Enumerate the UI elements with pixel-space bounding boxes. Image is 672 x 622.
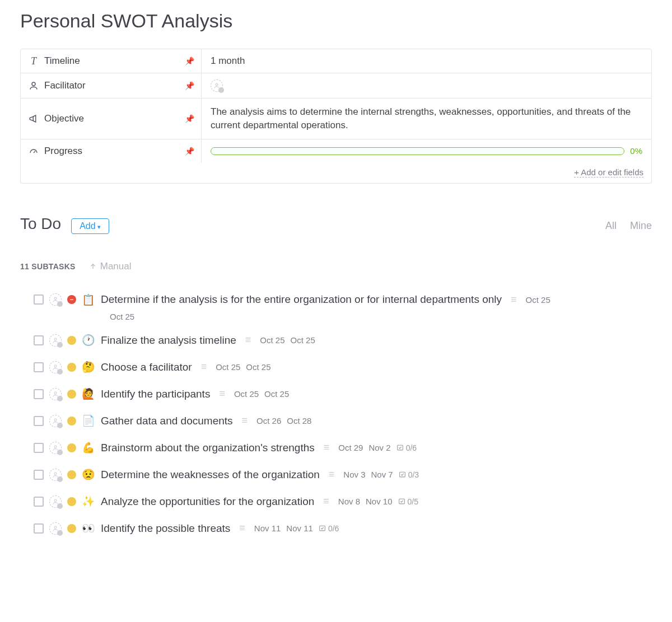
status-dot[interactable] bbox=[67, 336, 76, 345]
task-date-start[interactable]: Oct 25 bbox=[234, 389, 259, 399]
task-title[interactable]: Identify the possible threats bbox=[101, 522, 230, 535]
pin-icon[interactable]: 📌 bbox=[185, 147, 194, 156]
add-edit-fields-button[interactable]: + Add or edit fields bbox=[574, 167, 643, 177]
pin-icon[interactable]: 📌 bbox=[185, 114, 194, 123]
task-title[interactable]: Finalize the analysis timeline bbox=[101, 334, 236, 347]
task-date-end[interactable]: Nov 2 bbox=[368, 443, 390, 452]
task-title[interactable]: Determine if the analysis is for the ent… bbox=[101, 293, 502, 306]
task-checkbox[interactable] bbox=[34, 416, 44, 426]
subtask-count[interactable]: 0/6 bbox=[319, 524, 339, 533]
field-value[interactable]: 1 month bbox=[202, 49, 651, 73]
progress-bar bbox=[211, 147, 624, 155]
task-title[interactable]: Determine the weaknesses of the organiza… bbox=[101, 469, 320, 481]
task-row[interactable]: 💪Brainstorm about the organization's str… bbox=[34, 434, 652, 461]
drag-handle-icon[interactable]: ≡ bbox=[245, 334, 251, 346]
task-date-end[interactable]: Oct 28 bbox=[287, 416, 311, 425]
task-checkbox[interactable] bbox=[34, 335, 44, 345]
task-date-start[interactable]: Oct 26 bbox=[256, 416, 281, 425]
field-value[interactable]: The analysis aims to determine the inter… bbox=[202, 99, 651, 139]
drag-handle-icon[interactable]: ≡ bbox=[201, 361, 207, 373]
assignee-avatar[interactable] bbox=[49, 469, 62, 481]
task-row[interactable]: 🙋Identify the participants≡Oct 25Oct 25 bbox=[34, 381, 652, 408]
svg-rect-14 bbox=[320, 526, 325, 531]
subtask-count[interactable]: 0/5 bbox=[398, 497, 418, 506]
task-row[interactable]: 🤔Choose a facilitator≡Oct 25Oct 25 bbox=[34, 354, 652, 381]
task-date-start[interactable]: Oct 25 bbox=[260, 335, 284, 345]
status-dot[interactable] bbox=[67, 363, 76, 372]
task-title[interactable]: Brainstorm about the organization's stre… bbox=[101, 442, 315, 454]
filter-mine[interactable]: Mine bbox=[630, 220, 652, 232]
drag-handle-icon[interactable]: ≡ bbox=[511, 294, 517, 306]
svg-point-13 bbox=[54, 526, 57, 529]
status-dot[interactable] bbox=[67, 497, 76, 506]
add-button[interactable]: Add bbox=[71, 218, 109, 234]
task-date-start[interactable]: Nov 11 bbox=[254, 523, 281, 533]
subtask-count[interactable]: 0/3 bbox=[399, 470, 419, 479]
sort-button[interactable]: Manual bbox=[89, 261, 132, 272]
task-title[interactable]: Identify the participants bbox=[101, 388, 210, 400]
field-value[interactable]: 0% bbox=[202, 139, 651, 163]
assignee-avatar[interactable] bbox=[49, 361, 62, 373]
assignee-avatar[interactable] bbox=[49, 442, 62, 454]
field-label: Timeline bbox=[44, 55, 80, 67]
status-dot[interactable] bbox=[67, 390, 76, 399]
assignee-avatar[interactable] bbox=[49, 415, 62, 427]
task-date-start[interactable]: Nov 8 bbox=[338, 497, 360, 506]
status-dot[interactable] bbox=[67, 443, 76, 452]
task-date-start[interactable]: Oct 29 bbox=[338, 443, 363, 452]
task-date-end[interactable]: Oct 25 bbox=[34, 312, 652, 321]
drag-handle-icon[interactable]: ≡ bbox=[329, 469, 335, 480]
task-title[interactable]: Analyze the opportunities for the organi… bbox=[101, 495, 314, 508]
drag-handle-icon[interactable]: ≡ bbox=[324, 442, 330, 453]
task-date-end[interactable]: Oct 25 bbox=[291, 335, 315, 345]
task-date-end[interactable]: Nov 11 bbox=[286, 523, 313, 533]
subtask-count[interactable]: 0/6 bbox=[396, 443, 417, 452]
task-checkbox[interactable] bbox=[34, 497, 44, 507]
status-dot[interactable] bbox=[67, 524, 76, 533]
drag-handle-icon[interactable]: ≡ bbox=[219, 388, 225, 400]
pin-icon[interactable]: 📌 bbox=[185, 57, 194, 66]
drag-handle-icon[interactable]: ≡ bbox=[239, 522, 245, 534]
field-row-facilitator[interactable]: Facilitator 📌 bbox=[21, 73, 651, 99]
svg-point-0 bbox=[32, 82, 35, 86]
assignee-avatar[interactable] bbox=[49, 293, 62, 306]
task-date-start[interactable]: Oct 25 bbox=[216, 362, 240, 372]
assignee-avatar[interactable] bbox=[49, 522, 62, 535]
task-checkbox[interactable] bbox=[34, 389, 44, 399]
field-value[interactable] bbox=[202, 73, 651, 98]
field-row-objective[interactable]: Objective 📌 The analysis aims to determi… bbox=[21, 99, 651, 139]
assignee-avatar[interactable] bbox=[49, 388, 62, 400]
field-row-timeline[interactable]: T Timeline 📌 1 month bbox=[21, 49, 651, 73]
field-row-progress[interactable]: Progress 📌 0% bbox=[21, 139, 651, 163]
drag-handle-icon[interactable]: ≡ bbox=[242, 415, 248, 427]
task-date-end[interactable]: Oct 25 bbox=[246, 362, 270, 372]
task-title[interactable]: Choose a facilitator bbox=[101, 361, 192, 373]
task-row[interactable]: 👀Identify the possible threats≡Nov 11Nov… bbox=[34, 515, 652, 542]
task-date-end[interactable]: Nov 10 bbox=[366, 497, 393, 506]
assignee-avatar[interactable] bbox=[49, 495, 62, 508]
status-dot[interactable] bbox=[67, 470, 76, 479]
pin-icon[interactable]: 📌 bbox=[185, 81, 194, 90]
task-checkbox[interactable] bbox=[34, 523, 44, 534]
task-date-end[interactable]: Nov 7 bbox=[371, 470, 393, 479]
task-checkbox[interactable] bbox=[34, 294, 44, 305]
drag-handle-icon[interactable]: ≡ bbox=[323, 495, 329, 507]
task-checkbox[interactable] bbox=[34, 443, 44, 453]
task-date-start[interactable]: Oct 25 bbox=[526, 295, 550, 305]
task-checkbox[interactable] bbox=[34, 362, 44, 372]
empty-avatar-icon[interactable] bbox=[211, 79, 223, 92]
task-title[interactable]: Gather data and documents bbox=[101, 415, 233, 427]
status-dot[interactable] bbox=[67, 417, 76, 425]
filter-all[interactable]: All bbox=[605, 220, 617, 232]
task-row[interactable]: −📋Determine if the analysis is for the e… bbox=[34, 288, 652, 327]
field-label-cell: Objective 📌 bbox=[21, 99, 202, 139]
task-row[interactable]: 📄Gather data and documents≡Oct 26Oct 28 bbox=[34, 408, 652, 434]
task-row[interactable]: 🕐Finalize the analysis timeline≡Oct 25Oc… bbox=[34, 327, 652, 354]
task-row[interactable]: ✨Analyze the opportunities for the organ… bbox=[34, 488, 652, 515]
task-checkbox[interactable] bbox=[34, 470, 44, 480]
status-dot[interactable]: − bbox=[67, 295, 76, 304]
assignee-avatar[interactable] bbox=[49, 334, 62, 347]
task-date-end[interactable]: Oct 25 bbox=[264, 389, 289, 399]
task-date-start[interactable]: Nov 3 bbox=[343, 470, 365, 479]
task-row[interactable]: 😟Determine the weaknesses of the organiz… bbox=[34, 461, 652, 488]
